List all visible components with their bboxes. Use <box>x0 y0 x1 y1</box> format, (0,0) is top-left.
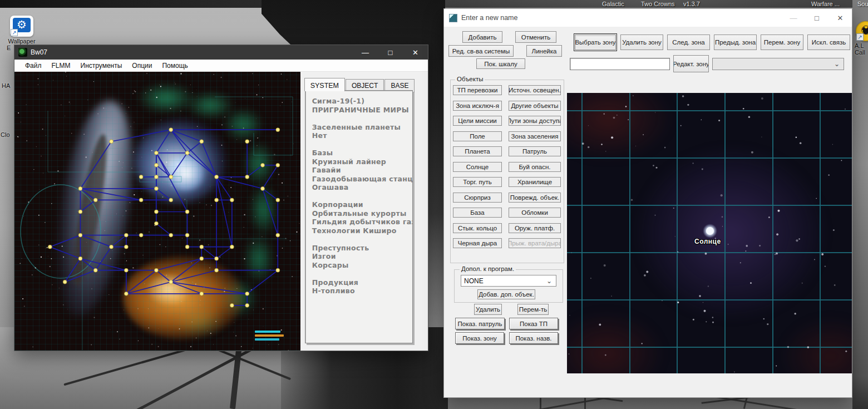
delete-zone-button[interactable]: Удалить зону <box>620 35 663 50</box>
object-button-15[interactable]: Сюрприз <box>453 193 502 203</box>
info-line <box>312 235 412 244</box>
object-button-19[interactable]: Стык. кольцо <box>453 223 502 233</box>
desktop-icon-label[interactable]: Sou <box>857 1 868 7</box>
bw07-menubar: Файл FLMM Инструменты Опции Помощь <box>14 60 428 72</box>
object-button-11[interactable]: Солнце <box>453 162 502 172</box>
info-line: Круизный лайнер <box>312 157 412 166</box>
object-button-12[interactable]: Буй опасн. <box>509 162 561 172</box>
info-line <box>312 114 412 123</box>
editor-app-icon <box>449 14 457 22</box>
map-watermark <box>255 338 279 341</box>
info-line <box>312 269 412 278</box>
close-button[interactable]: ✕ <box>828 9 852 27</box>
map-watermark <box>255 334 284 337</box>
object-button-6[interactable]: Пути зоны доступа <box>509 116 561 126</box>
object-button-13[interactable]: Торг. путь <box>453 177 502 187</box>
object-button-4[interactable]: Другие объекты <box>509 101 561 111</box>
show-zone-button[interactable]: Показ. зону <box>455 332 504 344</box>
object-button-8[interactable]: Зона заселения <box>509 131 561 141</box>
zone-combobox[interactable]: ⌄ <box>712 58 844 70</box>
menu-options[interactable]: Опции <box>127 61 157 71</box>
maximize-button[interactable]: □ <box>378 45 403 60</box>
add-button[interactable]: Добавить <box>462 31 502 43</box>
show-tp-button[interactable]: Показ ТП <box>509 318 558 329</box>
partial-icon-label[interactable]: Clo <box>1 131 10 138</box>
object-button-3[interactable]: Зона исключ-я <box>453 101 502 111</box>
partial-icon-label[interactable]: HA <box>2 82 10 89</box>
menu-flmm[interactable]: FLMM <box>47 61 76 71</box>
sun-label: Солнце <box>694 238 721 245</box>
object-button-1[interactable]: ТП перевозки <box>453 85 502 95</box>
exclude-link-button[interactable]: Искл. связь <box>807 35 850 50</box>
tab-system[interactable]: SYSTEM <box>304 78 345 91</box>
map-watermark <box>255 331 280 333</box>
object-button-9[interactable]: Планета <box>453 146 502 156</box>
minimize-button[interactable]: — <box>353 45 378 60</box>
system-view[interactable]: Солнце <box>567 93 852 373</box>
object-button-20[interactable]: Оруж. платф. <box>509 223 561 233</box>
object-button-7[interactable]: Поле <box>453 131 502 141</box>
info-line: Орбитальные курорты <box>312 209 412 218</box>
info-line <box>312 192 412 201</box>
cancel-button[interactable]: Отменить <box>515 31 556 43</box>
object-button-10[interactable]: Патруль <box>509 146 561 156</box>
zone-name-input[interactable] <box>570 58 670 70</box>
info-line: Базы <box>312 149 412 157</box>
desktop-icon-label[interactable]: Galactic <box>602 1 624 7</box>
chevron-down-icon: ⌄ <box>834 60 840 68</box>
minimize-button[interactable]: — <box>782 9 805 27</box>
object-button-17[interactable]: База <box>453 208 502 218</box>
bw07-titlebar[interactable]: Bw07 — □ ✕ <box>14 45 428 60</box>
icon-label: Wallpaper <box>2 38 41 45</box>
info-line: Корсары <box>312 261 412 270</box>
shortcut-arrow-icon: ↗ <box>856 33 864 41</box>
show-scale-button[interactable]: Пок. шкалу <box>476 58 525 69</box>
system-info-box[interactable]: Сигма-19(-1)ПРИГРАНИЧНЫЕ МИРЫ Заселенные… <box>305 90 413 343</box>
show-patrol-button[interactable]: Показ. патруль <box>455 318 505 329</box>
system-panel: SYSTEM OBJECT BASE Сигма-19(-1)ПРИГРАНИЧ… <box>300 72 428 351</box>
desktop-icon-label[interactable]: Warfare ... <box>811 1 840 7</box>
object-button-21[interactable]: Черная дыра <box>453 238 502 248</box>
addon-group-label: Допол. к програм. <box>460 265 516 272</box>
desktop-icon-stalker[interactable]: ☢ ↗ A.L Call <box>855 21 868 56</box>
move-button[interactable]: Перем-ть <box>517 304 549 315</box>
info-line: Нет <box>312 131 412 140</box>
desktop-icon-label[interactable]: v1.3.7 <box>683 1 700 7</box>
prev-zone-button[interactable]: Предыд. зона <box>714 35 757 50</box>
maximize-button[interactable]: □ <box>805 9 828 27</box>
icon-label: A.L <box>855 42 868 49</box>
ruler-button[interactable]: Линейка <box>526 45 562 57</box>
object-button-18[interactable]: Обломки <box>509 208 561 218</box>
wallpaper-engine-icon: ⚙ ↗ <box>10 16 33 37</box>
menu-help[interactable]: Помощь <box>157 61 193 71</box>
object-button-16[interactable]: Поврежд. объек. <box>509 193 561 203</box>
next-zone-button[interactable]: След. зона <box>667 35 710 50</box>
show-names-button[interactable]: Показ. назв. <box>509 332 558 344</box>
edit-zone-button[interactable]: Редакт. зону <box>673 55 709 72</box>
menu-tools[interactable]: Инструменты <box>76 61 127 71</box>
menu-file[interactable]: Файл <box>20 61 47 71</box>
wallpaper-right-strip <box>852 0 868 409</box>
info-line: Преступность <box>312 244 412 253</box>
move-zone-button[interactable]: Перем. зону <box>761 35 803 50</box>
object-button-14[interactable]: Хранилище <box>509 177 561 187</box>
close-button[interactable]: ✕ <box>403 45 428 60</box>
object-button-5[interactable]: Цели миссии <box>453 116 502 126</box>
delete-button[interactable]: Удалить <box>474 304 502 315</box>
galaxy-map[interactable] <box>14 72 300 351</box>
object-button-2[interactable]: Источн. освещен. <box>509 85 561 95</box>
addon-combobox[interactable]: NONE ⌄ <box>461 275 556 287</box>
objects-group-label: Объекты <box>455 76 485 82</box>
desktop-icon-label[interactable]: Two Crowns <box>641 1 675 7</box>
object-button-22: Прыж. врата/дыра <box>509 238 561 248</box>
window-editor: Enter a new name — □ ✕ Добавить Отменить… <box>443 8 852 398</box>
icon-label: Call <box>855 49 868 56</box>
select-zone-button[interactable]: Выбрать зону <box>575 35 616 50</box>
editor-titlebar[interactable]: Enter a new name — □ ✕ <box>444 9 852 27</box>
edit-system-props-button[interactable]: Ред. св-ва системы <box>448 45 514 57</box>
info-line: Изгои <box>312 252 412 261</box>
info-line: Заселенные планеты <box>312 123 412 132</box>
info-line: Гильдия добытчиков газа <box>312 218 412 226</box>
add-addon-object-button[interactable]: Добав. доп. объек. <box>477 289 535 299</box>
info-line: Корпорации <box>312 200 412 209</box>
